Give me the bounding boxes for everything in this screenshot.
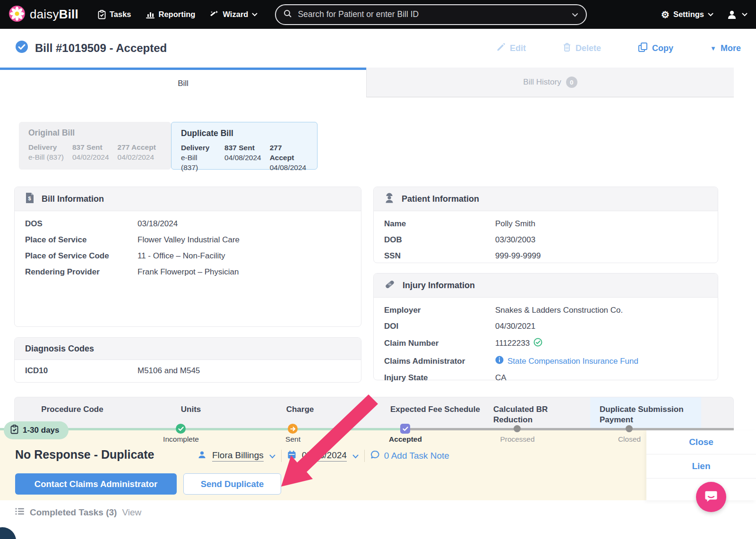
col-units: Units [134, 404, 248, 415]
step-accepted-icon [400, 424, 410, 434]
original-837-sent: 837 Sent04/02/2024 [72, 142, 109, 162]
delete-button[interactable]: Delete [563, 43, 601, 54]
chevron-down-icon[interactable] [352, 451, 359, 461]
accepted-check-circle-icon [15, 40, 28, 56]
col-duplicate-submission-payment: Duplicate Submission Payment [600, 404, 692, 425]
nav-reporting[interactable]: Reporting [146, 10, 196, 19]
brand-wordmark: daisyBill [30, 7, 78, 22]
svg-text:$: $ [28, 196, 31, 201]
search-chevron-down-icon[interactable] [572, 10, 578, 19]
claims-administrator-link[interactable]: State Compensation Insurance Fund [495, 356, 638, 367]
tab-bill-history[interactable]: Bill History 0 [366, 68, 734, 97]
clipboard-check-icon [10, 425, 18, 436]
assignee-dropdown[interactable]: Flora Billings [212, 450, 264, 462]
history-count-badge: 0 [566, 77, 577, 88]
nav-reporting-label: Reporting [159, 10, 196, 19]
step-closed-icon [626, 425, 633, 432]
contact-claims-administrator-button[interactable]: Contact Claims Administrator [15, 473, 177, 495]
tab-bill[interactable]: Bill [0, 70, 366, 97]
divider [364, 450, 365, 462]
copy-button[interactable]: Copy [638, 42, 673, 55]
daisy-flower-icon [9, 5, 26, 24]
magic-wand-icon [209, 10, 219, 19]
edit-label: Edit [510, 43, 526, 53]
trash-icon [563, 43, 571, 54]
nav-tasks-label: Tasks [110, 10, 131, 19]
place-of-service-code-row: Place of Service Code11 - Office – Non-F… [25, 251, 351, 261]
daisybill-logo[interactable]: daisyBill [9, 5, 78, 24]
more-button[interactable]: ▼ More [710, 43, 741, 53]
top-nav: daisyBill Tasks Reporting [0, 0, 756, 29]
add-task-note-link[interactable]: 0 Add Task Note [370, 450, 449, 462]
original-bill-card[interactable]: Original Bill Deliverye-Bill (837) 837 S… [19, 122, 171, 170]
pencil-icon [496, 43, 506, 54]
original-bill-title: Original Bill [28, 128, 162, 138]
calendar-icon [287, 450, 296, 462]
copy-icon [638, 42, 648, 55]
claim-number-row: Claim Number 11122233 [384, 338, 707, 349]
injury-information-panel: Injury Information EmployerSnakes & Ladd… [373, 273, 718, 380]
step-processed-icon [514, 425, 521, 432]
bill-information-title: Bill Information [42, 194, 104, 204]
col-charge: Charge [243, 404, 357, 415]
claims-administrator-name: State Compensation Insurance Fund [507, 357, 638, 366]
search-input[interactable] [297, 9, 567, 20]
bill-header: Bill #1019509 - Accepted Edit Delete Cop… [0, 29, 756, 68]
chevron-down-icon [708, 13, 713, 17]
patient-information-panel: Patient Information NamePolly Smith DOB0… [373, 187, 718, 263]
menu-item-close[interactable]: Close [646, 430, 756, 454]
injury-information-title: Injury Information [403, 281, 475, 291]
patient-name-row: NamePolly Smith [384, 219, 707, 229]
triangle-down-icon: ▼ [710, 45, 716, 51]
task-title: No Response - Duplicate [15, 448, 155, 462]
duplicate-277-accept: 277 Accept04/08/2024 [270, 143, 308, 172]
bill-age-label: 1-30 days [23, 426, 60, 435]
completed-tasks-view-link[interactable]: View [122, 507, 141, 518]
bill-document-icon: $ [25, 192, 34, 206]
nav-settings[interactable]: ⚙ Settings [661, 10, 713, 19]
edit-button[interactable]: Edit [496, 43, 526, 54]
doi-row: DOI04/30/2021 [384, 322, 707, 331]
divider [281, 450, 282, 462]
menu-item-lien[interactable]: Lien [646, 454, 756, 479]
step-incomplete-icon [176, 424, 186, 434]
place-of-service-row: Place of ServiceFlower Valley Industrial… [25, 235, 351, 245]
bandage-icon [384, 279, 395, 292]
global-search[interactable] [275, 4, 587, 25]
icd10-row: ICD10M5106 and M545 [25, 366, 351, 376]
step-sent-icon [288, 424, 298, 434]
employer-row: EmployerSnakes & Ladders Construction Co… [384, 306, 707, 315]
search-icon [284, 9, 292, 20]
patient-ssn-row: SSN999-99-9999 [384, 251, 707, 261]
bill-information-panel: $ Bill Information DOS03/18/2024 Place o… [14, 187, 361, 327]
list-icon [15, 507, 25, 518]
patient-dob-row: DOB03/30/2003 [384, 235, 707, 245]
copy-label: Copy [652, 43, 673, 53]
injury-state-row: Injury StateCA [384, 373, 707, 383]
step-accepted-label: Accepted [365, 435, 446, 444]
bill-title-text: Bill #1019509 - Accepted [35, 42, 167, 55]
col-calculated-br-reduction: Calculated BR Reduction [493, 404, 576, 425]
nav-tasks[interactable]: Tasks [98, 10, 131, 19]
footer-strip: Completed Tasks (3) View [0, 500, 756, 539]
due-date-dropdown[interactable]: 05/23/2024 [302, 450, 347, 462]
daisybill-app: daisyBill Tasks Reporting [0, 0, 756, 539]
claim-verified-check-icon [533, 338, 542, 349]
step-sent-label: Sent [253, 435, 333, 444]
chat-launcher-button[interactable] [696, 482, 726, 512]
completed-tasks-label: Completed Tasks (3) [30, 507, 117, 518]
original-delivery: Deliverye-Bill (837) [28, 142, 64, 162]
nav-account[interactable] [726, 9, 747, 21]
add-task-note-label: 0 Add Task Note [384, 451, 449, 461]
bill-age-badge: 1-30 days [4, 421, 69, 439]
tab-bill-label: Bill [178, 79, 189, 88]
send-duplicate-button[interactable]: Send Duplicate [183, 473, 281, 495]
diagnosis-codes-title: Diagnosis Codes [25, 344, 94, 354]
chevron-down-icon[interactable] [269, 451, 275, 461]
duplicate-bill-card[interactable]: Duplicate Bill Deliverye-Bill (837) 837 … [171, 122, 318, 170]
claims-administrator-row: Claims Administrator State Compensation … [384, 356, 707, 367]
diagnosis-codes-panel: Diagnosis Codes ICD10M5106 and M545 [14, 337, 361, 383]
dos-row: DOS03/18/2024 [25, 219, 351, 229]
nav-wizard[interactable]: Wizard [209, 10, 258, 19]
patient-hardhat-icon [384, 192, 395, 206]
